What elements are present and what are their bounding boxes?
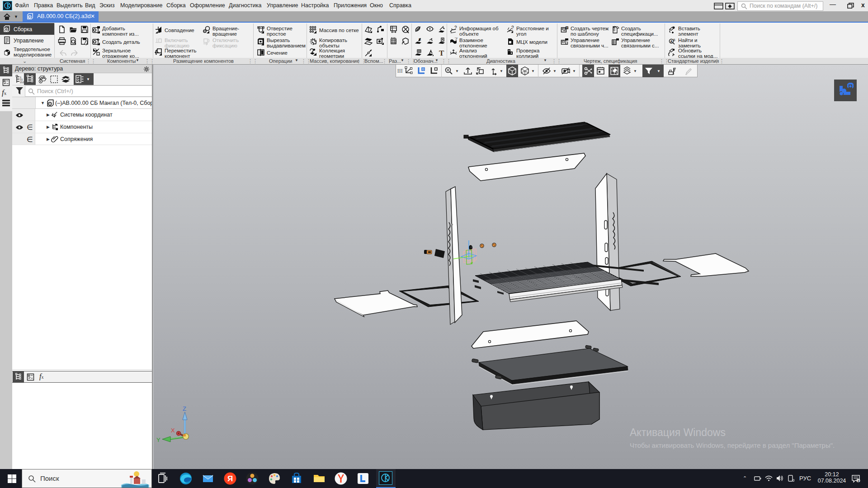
svg-text:?: ? bbox=[455, 38, 458, 42]
svg-text:T: T bbox=[439, 49, 444, 57]
svg-text:E: E bbox=[419, 38, 421, 42]
svg-text:2: 2 bbox=[858, 479, 860, 483]
svg-text:?: ? bbox=[511, 26, 514, 30]
svg-text:Z: Z bbox=[183, 405, 186, 412]
svg-text:Y: Y bbox=[156, 436, 160, 443]
svg-text:?: ? bbox=[454, 26, 457, 30]
svg-text:B: B bbox=[673, 38, 675, 42]
svg-text:X: X bbox=[171, 427, 175, 434]
svg-text:A: A bbox=[670, 40, 673, 43]
svg-text:Я: Я bbox=[227, 474, 233, 483]
